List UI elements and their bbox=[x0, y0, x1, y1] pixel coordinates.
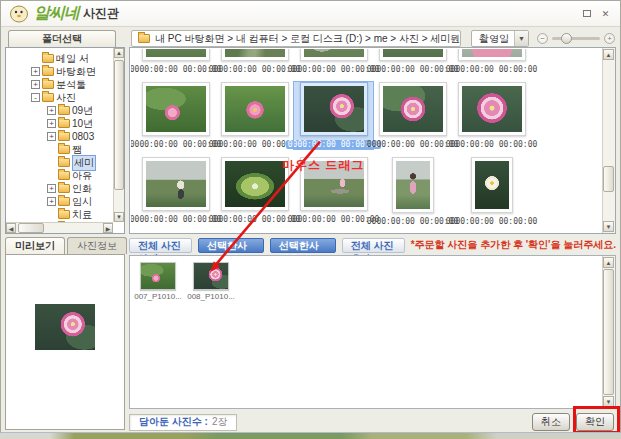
tree-vertical-scrollbar[interactable]: ▲ ▼ bbox=[113, 48, 124, 222]
tree-item[interactable]: +바탕화면 bbox=[7, 65, 113, 78]
photo-thumbnail[interactable] bbox=[471, 157, 513, 213]
photo-cell[interactable]: 0000:00:00 00:00:00 bbox=[294, 49, 373, 74]
photo-cell[interactable]: 0000:00:00 00:00:00 bbox=[215, 49, 294, 74]
tree-expander-icon[interactable]: + bbox=[47, 184, 56, 193]
tray-vertical-scrollbar[interactable]: ▲ ▼ bbox=[602, 256, 615, 408]
zoom-slider-track[interactable] bbox=[552, 37, 600, 40]
photo-thumbnail[interactable] bbox=[221, 49, 289, 61]
tree-expander-icon[interactable]: + bbox=[47, 119, 56, 128]
delete-selected-button[interactable]: 선택한사진삭제 bbox=[198, 238, 264, 253]
tray-photo-thumbnail[interactable] bbox=[140, 262, 176, 290]
photo-cell[interactable]: 0000:00:00 00:00:00 bbox=[294, 82, 373, 149]
photo-thumbnail[interactable] bbox=[458, 49, 526, 61]
tree-expander-icon[interactable]: - bbox=[31, 93, 40, 102]
tree-expander-icon[interactable]: + bbox=[47, 132, 56, 141]
photo-thumbnail[interactable] bbox=[458, 82, 526, 136]
desktop-background bbox=[0, 433, 621, 439]
photo-thumbnail[interactable] bbox=[221, 157, 289, 211]
tree-item[interactable]: -사진 bbox=[7, 91, 113, 104]
tree-item[interactable]: 메일 서 bbox=[7, 52, 113, 65]
photo-timestamp: 0000:00:00 00:00:00 bbox=[209, 65, 301, 74]
photo-timestamp: 0000:00:00 00:00:00 bbox=[131, 215, 221, 224]
chevron-down-icon[interactable]: ▼ bbox=[514, 31, 528, 46]
close-button[interactable]: ✕ bbox=[599, 8, 612, 20]
scroll-down-icon[interactable]: ▼ bbox=[603, 221, 614, 232]
scroll-left-icon[interactable]: ◀ bbox=[6, 223, 16, 233]
zoom-slider-thumb[interactable] bbox=[561, 33, 572, 44]
cancel-button[interactable]: 취소 bbox=[532, 413, 570, 431]
tree-item[interactable]: +임시 bbox=[7, 195, 113, 208]
photo-cell[interactable]: 0000:00:00 00:00:00 bbox=[373, 82, 452, 149]
grid-scrollbar-thumb[interactable] bbox=[603, 166, 614, 192]
tab-preview[interactable]: 미리보기 bbox=[5, 237, 65, 254]
tab-photo-info[interactable]: 사진정보 bbox=[67, 237, 127, 254]
photo-cell[interactable]: 0000:00:00 00:00:00 bbox=[373, 157, 452, 226]
scroll-up-icon[interactable]: ▲ bbox=[603, 257, 614, 268]
tree-expander-icon[interactable]: + bbox=[31, 80, 40, 89]
tree-item-label: 사진 bbox=[56, 91, 76, 105]
photo-cell[interactable]: 0000:00:00 00:00:00 bbox=[452, 157, 531, 226]
photo-thumbnail[interactable] bbox=[142, 82, 210, 136]
tree-item[interactable]: +0803 bbox=[7, 130, 113, 143]
scroll-down-icon[interactable]: ▼ bbox=[603, 396, 614, 407]
scroll-up-icon[interactable]: ▲ bbox=[603, 49, 614, 60]
sort-dropdown[interactable]: 촬영일 ▼ bbox=[471, 30, 529, 47]
zoom-in-icon[interactable]: + bbox=[604, 33, 615, 44]
tree-item[interactable]: +분석툴 bbox=[7, 78, 113, 91]
tree-item[interactable]: 쨈 bbox=[7, 143, 113, 156]
photo-thumbnail[interactable] bbox=[142, 49, 210, 61]
tree-item[interactable]: 아유 bbox=[7, 169, 113, 182]
tab-folder-select[interactable]: 폴더선택 bbox=[8, 30, 116, 47]
grid-vertical-scrollbar[interactable]: ▲ ▼ bbox=[602, 48, 615, 233]
photo-image bbox=[462, 86, 522, 132]
scroll-right-icon[interactable]: ▶ bbox=[103, 223, 113, 233]
tree-expander-icon[interactable]: + bbox=[47, 197, 56, 206]
tray-scrollbar-thumb[interactable] bbox=[603, 269, 614, 395]
tree-expander-icon[interactable]: + bbox=[47, 106, 56, 115]
photo-count-box: 담아둔 사진수 : 2장 bbox=[129, 414, 237, 431]
tree-hscrollbar-thumb[interactable] bbox=[18, 223, 44, 233]
delete-all-button[interactable]: 전체 사진 삭제 bbox=[129, 238, 192, 253]
photo-cell[interactable]: 0000:00:00 00:00:00 bbox=[136, 157, 215, 226]
zoom-slider[interactable]: − + bbox=[537, 33, 615, 44]
confirm-button[interactable]: 확인 bbox=[576, 413, 614, 431]
tree-scrollbar-thumb[interactable] bbox=[114, 60, 124, 190]
photo-cell[interactable]: 0000:00:00 00:00:00 bbox=[452, 49, 531, 74]
tree-item[interactable]: 세미 bbox=[7, 156, 113, 169]
photo-thumbnail[interactable] bbox=[221, 82, 289, 136]
photo-thumbnail[interactable] bbox=[379, 49, 447, 61]
photo-grid-panel: 0000:00:00 00:00:000000:00:00 00:00:0000… bbox=[129, 47, 616, 234]
photo-cell[interactable]: 0000:00:00 00:00:00 bbox=[215, 82, 294, 149]
tray-photo-thumbnail[interactable] bbox=[193, 262, 229, 290]
photo-cell[interactable]: 0000:00:00 00:00:00 bbox=[373, 49, 452, 74]
photo-thumbnail[interactable] bbox=[300, 157, 368, 211]
zoom-out-icon[interactable]: − bbox=[537, 33, 548, 44]
photo-thumbnail[interactable] bbox=[142, 157, 210, 211]
scroll-up-icon[interactable]: ▲ bbox=[114, 48, 124, 58]
tray-photo-item[interactable]: 007_P1010... bbox=[136, 262, 180, 301]
tree-expander-icon[interactable]: + bbox=[31, 67, 40, 76]
photo-grid-rows: 0000:00:00 00:00:000000:00:00 00:00:0000… bbox=[131, 49, 601, 226]
add-all-button[interactable]: 전체 사진 추가 bbox=[342, 238, 405, 253]
scroll-down-icon[interactable]: ▼ bbox=[114, 212, 124, 222]
tree-indent bbox=[31, 54, 40, 63]
tree-item[interactable]: +09년 bbox=[7, 104, 113, 117]
photo-thumbnail[interactable] bbox=[392, 157, 434, 213]
maximize-button[interactable] bbox=[580, 8, 593, 20]
folder-icon bbox=[58, 171, 70, 180]
tree-item[interactable]: 치료 bbox=[7, 208, 113, 221]
photo-cell[interactable]: 0000:00:00 00:00:00 bbox=[215, 157, 294, 226]
tray-photo-item[interactable]: 008_P1010... bbox=[189, 262, 233, 301]
folder-icon bbox=[58, 197, 70, 206]
photo-thumbnail[interactable] bbox=[379, 82, 447, 136]
tree-item[interactable]: +10년 bbox=[7, 117, 113, 130]
photo-cell[interactable]: 0000:00:00 00:00:00 bbox=[294, 157, 373, 226]
photo-cell[interactable]: 0000:00:00 00:00:00 bbox=[136, 49, 215, 74]
add-selected-button[interactable]: 선택한사진추가 bbox=[270, 238, 336, 253]
photo-cell[interactable]: 0000:00:00 00:00:00 bbox=[452, 82, 531, 149]
tree-item[interactable]: +인화 bbox=[7, 182, 113, 195]
photo-thumbnail[interactable] bbox=[300, 82, 368, 136]
photo-thumbnail[interactable] bbox=[300, 49, 368, 61]
photo-cell[interactable]: 0000:00:00 00:00:00 bbox=[136, 82, 215, 149]
tree-horizontal-scrollbar[interactable]: ◀ ▶ bbox=[6, 222, 113, 233]
